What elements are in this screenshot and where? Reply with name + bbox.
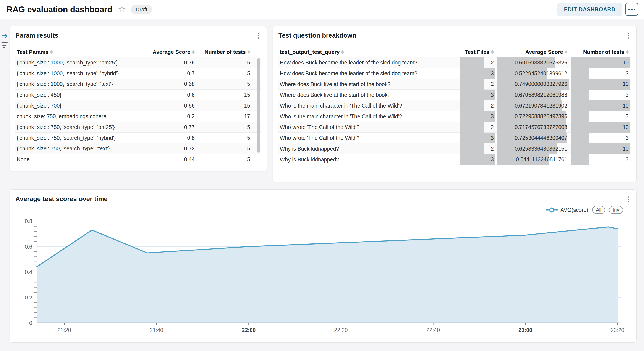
data-bar-cell: 3	[571, 68, 630, 79]
test-params-cell: {'chunk_size': 1000, 'search_type': 'bm2…	[15, 59, 151, 66]
svg-text:0: 0	[29, 320, 32, 326]
data-bar	[460, 133, 496, 143]
table-row: {'chunk_size': 750, 'search_type': 'bm25…	[15, 122, 261, 133]
average-score-cell: 0.8	[151, 135, 195, 141]
line-series-marker-icon	[546, 207, 558, 213]
column-header-average-score[interactable]: Average Score	[151, 49, 195, 55]
legend-all-button[interactable]: All	[592, 206, 605, 214]
line-chart[interactable]: 00.20.40.60.821:2021:4022:0022:2022:4023…	[10, 214, 637, 337]
data-bar-cell: 2	[460, 122, 496, 133]
svg-text:0.6: 0.6	[25, 244, 32, 250]
column-header-number-of-tests[interactable]: Number of tests	[195, 49, 250, 55]
param-results-card: Param results Test Params Average Score …	[10, 26, 267, 171]
sort-icon	[248, 50, 250, 54]
test-breakdown-table: test_output_test_query Test Files Averag…	[278, 47, 631, 165]
average-score-cell: 0.44	[151, 156, 195, 163]
favorite-star-icon[interactable]: ☆	[118, 5, 126, 14]
number-of-tests-cell: 5	[195, 70, 250, 77]
data-bar-cell: 0.7174576733727008	[497, 122, 569, 133]
column-header-number-of-tests[interactable]: Number of tests	[570, 49, 631, 55]
table-row: Who wrote 'The Call of the Wild'?20.7174…	[278, 122, 631, 133]
kebab-menu-icon[interactable]	[624, 194, 632, 204]
filter-icon[interactable]	[1, 42, 8, 48]
data-bar	[460, 57, 484, 68]
sort-icon	[50, 50, 53, 54]
data-bar-cell: 2	[460, 79, 496, 90]
test-params-cell: {'chunk_size': 450}	[15, 92, 151, 98]
top-bar: RAG evaluation dashboard ☆ Draft EDIT DA…	[0, 0, 644, 19]
data-bar-cell: 2	[460, 100, 496, 111]
column-header-average-score[interactable]: Average Score	[496, 49, 570, 55]
table-row: {'chunk_size': 1000, 'search_type': 'tex…	[15, 79, 261, 90]
data-bar	[460, 90, 496, 100]
query-cell: How does Buck become the leader of the s…	[278, 59, 459, 66]
legend-inv-button[interactable]: Inv	[609, 206, 623, 214]
query-cell: Why is Buck kidnapped?	[278, 156, 459, 163]
query-cell: How does Buck become the leader of the s…	[278, 70, 459, 77]
average-score-cell: 0.72	[151, 145, 195, 152]
table-row: Who wrote 'The Call of the Wild'?30.7253…	[278, 133, 631, 143]
kebab-menu-icon[interactable]	[624, 31, 632, 40]
data-bar-cell: 0.6258336480862151	[497, 143, 569, 154]
data-bar	[571, 100, 630, 111]
number-of-tests-cell: 5	[195, 81, 250, 87]
data-bar	[571, 133, 589, 143]
number-of-tests-cell: 5	[195, 135, 250, 141]
legend-item-avg-score[interactable]: AVG(score)	[546, 207, 588, 213]
data-bar-cell: 3	[460, 111, 496, 122]
table-row: {'chunk_size': 700}0.6615	[15, 100, 261, 111]
table-row: Why is Buck kidnapped?20.625833648086215…	[278, 143, 631, 154]
kebab-menu-icon[interactable]	[254, 31, 263, 40]
data-bar-cell: 10	[571, 79, 630, 90]
number-of-tests-cell: 5	[195, 124, 250, 130]
scrollbar-thumb[interactable]	[257, 58, 260, 153]
column-header-test-files[interactable]: Test Files	[459, 49, 496, 55]
table-row: Where does Buck live at the start of the…	[278, 79, 631, 90]
query-cell: Who wrote 'The Call of the Wild'?	[278, 135, 459, 141]
number-of-tests-cell: 5	[195, 59, 250, 66]
legend-label: AVG(score)	[560, 207, 588, 213]
status-badge: Draft	[131, 5, 152, 14]
edit-dashboard-button[interactable]: EDIT DASHBOARD	[558, 3, 622, 15]
data-bar-cell: 0.6705898212061988	[497, 90, 569, 100]
table-row: How does Buck become the leader of the s…	[278, 57, 631, 68]
data-bar	[460, 154, 496, 165]
table-row: How does Buck become the leader of the s…	[278, 68, 631, 79]
test-params-cell: {'chunk_size': 1000, 'search_type': 'tex…	[15, 81, 151, 87]
data-bar	[460, 68, 496, 79]
data-bar-cell: 2	[460, 143, 496, 154]
card-title: Param results	[15, 32, 58, 39]
query-cell: Who wrote 'The Call of the Wild'?	[278, 124, 459, 130]
table-row: chunk_size: 750, embeddings:cohere0.217	[15, 111, 261, 122]
table-row: {'chunk_size': 450}0.615	[15, 90, 261, 100]
sort-icon	[192, 50, 195, 54]
page-title: RAG evaluation dashboard	[6, 5, 112, 14]
number-of-tests-cell: 5	[195, 145, 250, 152]
scrollbar-track	[257, 58, 260, 165]
sort-icon	[341, 50, 344, 54]
number-of-tests-cell: 17	[195, 113, 250, 119]
number-of-tests-cell: 5	[195, 156, 250, 163]
svg-text:0.4: 0.4	[25, 269, 32, 275]
data-bar	[571, 154, 589, 165]
collapse-panel-icon[interactable]	[2, 32, 9, 40]
sort-icon	[491, 50, 494, 54]
number-of-tests-cell: 15	[195, 103, 250, 109]
test-params-cell: None	[15, 156, 151, 163]
data-bar-cell: 10	[571, 100, 630, 111]
column-header-query[interactable]: test_output_test_query	[278, 49, 459, 55]
data-bar	[571, 79, 630, 90]
average-score-cell: 0.77	[151, 124, 195, 130]
more-options-button[interactable]	[626, 3, 638, 15]
average-score-cell: 0.2	[151, 113, 195, 119]
table-header-row: test_output_test_query Test Files Averag…	[278, 47, 631, 57]
column-header-test-params[interactable]: Test Params	[15, 49, 151, 55]
test-params-cell: {'chunk_size': 1000, 'search_type': 'hyb…	[15, 70, 151, 77]
data-bar-cell: 0.5229452401399612	[497, 68, 569, 79]
svg-text:22:20: 22:20	[334, 327, 348, 333]
data-bar-cell: 3	[460, 154, 496, 165]
query-cell: Where does Buck live at the start of the…	[278, 92, 459, 98]
table-row: Who is the main character in 'The Call o…	[278, 111, 631, 122]
data-bar	[460, 143, 484, 154]
param-results-table: Test Params Average Score Number of test…	[15, 47, 261, 165]
